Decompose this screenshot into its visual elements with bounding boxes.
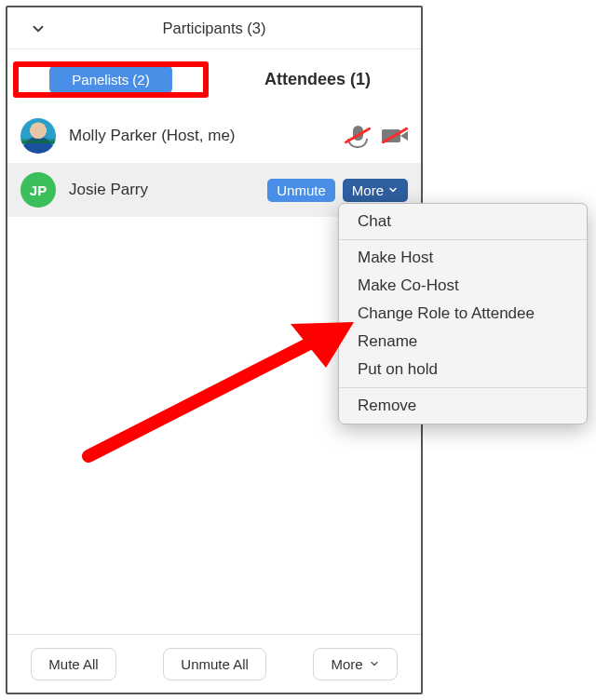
menu-item-put-on-hold[interactable]: Put on hold — [339, 356, 587, 384]
tab-attendees-label: Attendees (1) — [264, 70, 371, 89]
annotation-highlight-box — [13, 61, 209, 98]
footer-more-label: More — [331, 656, 362, 672]
menu-item-make-cohost[interactable]: Make Co-Host — [339, 272, 587, 300]
more-button-label: More — [352, 182, 384, 198]
chevron-down-icon — [387, 182, 399, 198]
stage: Participants (3) Panelists (2) Attendees… — [0, 0, 596, 700]
footer-more-button[interactable]: More — [313, 648, 397, 680]
tab-attendees[interactable]: Attendees (1) — [214, 70, 421, 89]
panel-title: Participants (3) — [163, 20, 266, 37]
mute-all-button[interactable]: Mute All — [31, 648, 115, 680]
unmute-button[interactable]: Unmute — [267, 179, 335, 202]
camera-off-icon — [382, 126, 408, 146]
avatar-initials: JP — [30, 182, 47, 198]
menu-separator — [339, 239, 587, 240]
menu-item-rename[interactable]: Rename — [339, 328, 587, 356]
avatar — [20, 118, 56, 154]
row-action-buttons: Unmute More — [267, 179, 408, 202]
unmute-button-label: Unmute — [277, 182, 326, 198]
tabs: Panelists (2) Attendees (1) — [7, 49, 421, 109]
participant-row[interactable]: Molly Parker (Host, me) — [7, 109, 421, 163]
tab-panelists[interactable]: Panelists (2) — [7, 60, 214, 100]
collapse-icon[interactable] — [30, 20, 47, 41]
mute-all-label: Mute All — [48, 656, 98, 672]
chevron-down-icon — [369, 656, 380, 672]
panel-footer: Mute All Unmute All More — [7, 634, 421, 693]
avatar: JP — [20, 172, 56, 208]
participant-name: Molly Parker (Host, me) — [69, 127, 345, 145]
unmute-all-button[interactable]: Unmute All — [163, 648, 266, 680]
panel-header: Participants (3) — [7, 7, 421, 49]
menu-item-change-role[interactable]: Change Role to Attendee — [339, 300, 587, 328]
unmute-all-label: Unmute All — [181, 656, 249, 672]
mic-muted-icon — [345, 126, 371, 146]
status-icons — [345, 126, 408, 146]
participant-name: Josie Parry — [69, 181, 267, 199]
menu-item-make-host[interactable]: Make Host — [339, 244, 587, 272]
more-dropdown-menu: Chat Make Host Make Co-Host Change Role … — [338, 203, 588, 424]
menu-item-chat[interactable]: Chat — [339, 208, 587, 236]
menu-item-remove[interactable]: Remove — [339, 392, 587, 420]
more-button[interactable]: More — [343, 179, 408, 202]
participant-list: Molly Parker (Host, me) JP Josie Parry — [7, 109, 421, 217]
menu-separator — [339, 387, 587, 388]
